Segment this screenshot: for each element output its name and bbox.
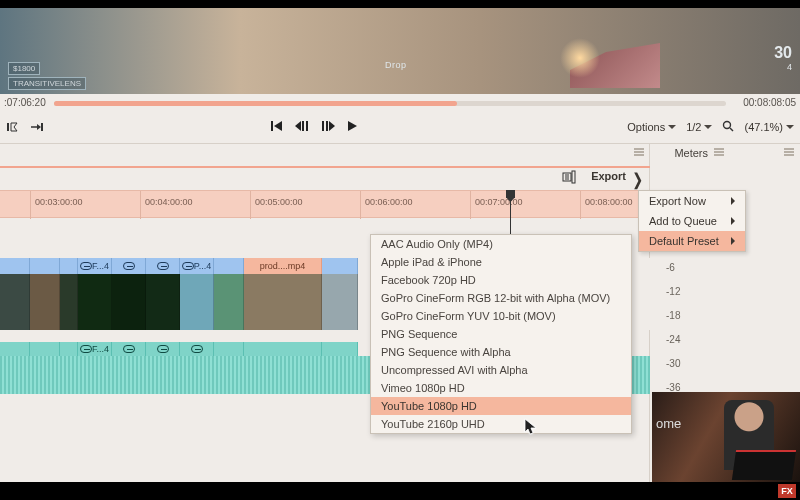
video-clip-header[interactable] [214,258,244,274]
step-fwd-button[interactable] [320,119,336,137]
meters-menu-icon[interactable] [784,147,794,157]
audio-clip-header[interactable]: F...4 [78,342,112,356]
export-menu-item[interactable]: Default Preset [639,231,745,251]
export-button[interactable]: Export [591,170,626,182]
preset-menu-item[interactable]: Apple iPad & iPhone [371,253,631,271]
ruler-label: 00:08:00:00 [585,197,633,207]
scrub-fill [54,101,457,106]
export-queue-icon[interactable] [562,170,576,188]
mouse-cursor-icon [524,418,538,436]
preset-menu-item[interactable]: Facebook 720p HD [371,271,631,289]
preset-menu-item[interactable]: PNG Sequence [371,325,631,343]
meter-tick: -6 [666,256,680,280]
video-clip-header[interactable] [112,258,146,274]
hud-name: TRANSITIVELENS [8,77,86,90]
svg-point-7 [724,122,731,129]
step-back-button[interactable] [294,119,310,137]
preset-submenu: AAC Audio Only (MP4)Apple iPad & iPhoneF… [370,234,632,434]
video-clip-header[interactable] [146,258,180,274]
zoom-dropdown[interactable]: (47.1%) [744,121,794,133]
letterbox-bottom [0,482,800,500]
submenu-arrow-icon [731,197,739,205]
video-clip-header[interactable]: F...4 [78,258,112,274]
preset-menu-item[interactable]: Vimeo 1080p HD [371,379,631,397]
audio-clip-header[interactable] [322,342,358,356]
link-icon [157,345,169,353]
video-clip-thumb[interactable] [112,274,146,330]
preset-menu-item[interactable]: YouTube 1080p HD [371,397,631,415]
audio-clip-header[interactable] [244,342,322,356]
video-clip-header[interactable] [30,258,60,274]
meters-drag-icon[interactable] [714,147,724,157]
options-dropdown[interactable]: Options [627,121,676,133]
video-clip-header[interactable]: prod....mp4 [244,258,322,274]
preset-menu-item[interactable]: PNG Sequence with Alpha [371,343,631,361]
svg-rect-5 [322,121,324,131]
preset-menu-item[interactable]: AAC Audio Only (MP4) [371,235,631,253]
resolution-dropdown[interactable]: 1/2 [686,121,712,133]
video-clip-thumb[interactable] [30,274,60,330]
scrub-track[interactable] [54,101,726,106]
scrub-bar[interactable]: :07:06:20 00:08:08:05 [0,94,800,114]
audio-clip-header[interactable] [214,342,244,356]
video-clip-thumb[interactable] [244,274,322,330]
video-clip-thumb[interactable] [180,274,214,330]
preset-menu-item[interactable]: Uncompressed AVI with Alpha [371,361,631,379]
prev-frame-button[interactable] [270,119,284,137]
audio-clip-header[interactable] [180,342,214,356]
svg-rect-9 [572,171,575,183]
preset-menu-item[interactable]: GoPro CineForm YUV 10-bit (MOV) [371,307,631,325]
loop-in-icon[interactable] [6,120,20,138]
play-button[interactable] [346,119,360,137]
clip-label: P...4 [194,261,211,271]
video-clip-thumb[interactable] [0,274,30,330]
preset-menu-item[interactable]: GoPro CineForm RGB 12-bit with Alpha (MO… [371,289,631,307]
svg-rect-3 [302,121,304,131]
video-clip-thumb[interactable] [146,274,180,330]
fx-badge[interactable]: FX [778,484,796,498]
preview-flare [560,38,600,78]
clip-label: F...4 [92,344,109,354]
link-icon [191,345,203,353]
ruler-label: 00:06:00:00 [365,197,413,207]
video-clip-thumb[interactable] [78,274,112,330]
svg-rect-6 [326,121,328,131]
transport-bar: Options 1/2 (47.1%) [0,114,800,144]
video-clip-thumb[interactable] [322,274,358,330]
timeline-ruler[interactable]: 00:03:00:0000:04:00:0000:05:00:0000:06:0… [0,190,650,218]
preset-menu-item[interactable]: YouTube 2160p UHD [371,415,631,433]
video-clip-thumb[interactable] [214,274,244,330]
webcam-pip[interactable]: ome [652,392,800,482]
audio-clip-header[interactable] [60,342,78,356]
audio-clip-header[interactable] [30,342,60,356]
video-clip-thumb[interactable] [60,274,78,330]
meter-tick: -18 [666,304,680,328]
export-chevron-icon[interactable]: ❭ [631,170,644,189]
zoom-search-icon[interactable] [722,120,734,134]
submenu-arrow-icon [731,217,739,225]
ruler-label: 00:04:00:00 [145,197,193,207]
letterbox-top [0,0,800,8]
meter-tick: -30 [666,352,680,376]
loop-out-icon[interactable] [30,120,44,138]
export-menu: Export NowAdd to QueueDefault Preset [638,190,746,252]
video-clip-header[interactable] [0,258,30,274]
audio-clip-header[interactable] [146,342,180,356]
ruler-tick: 00:07:00:00 [470,191,471,219]
hud-ammo: 30 [774,44,792,62]
preview-monitor[interactable]: $1800 TRANSITIVELENS Drop 30 4 [0,8,800,94]
export-menu-item[interactable]: Export Now [639,191,745,211]
svg-rect-1 [41,123,43,131]
video-clip-header[interactable] [60,258,78,274]
svg-rect-0 [7,123,9,131]
export-menu-item[interactable]: Add to Queue [639,211,745,231]
video-clip-header[interactable] [322,258,358,274]
video-clip-header[interactable]: P...4 [180,258,214,274]
meters-title: Meters [674,147,708,159]
panel-menu-icon[interactable] [634,147,644,157]
hud-ammo-sub: 4 [774,62,792,72]
ruler-label: 00:07:00:00 [475,197,523,207]
audio-clip-header[interactable] [112,342,146,356]
hud-cash: $1800 [8,62,40,75]
audio-clip-header[interactable] [0,342,30,356]
